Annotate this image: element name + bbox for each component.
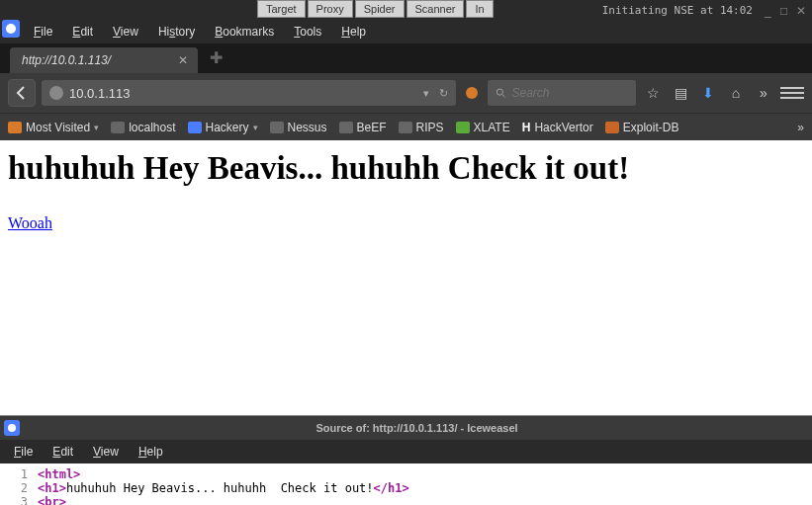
search-icon: [496, 87, 506, 99]
menu-view[interactable]: View: [103, 22, 148, 42]
view-source-titlebar[interactable]: Source of: http://10.0.1.113/ - Icewease…: [0, 416, 812, 440]
svg-point-4: [8, 424, 16, 432]
view-source-window: Source of: http://10.0.1.113/ - Icewease…: [0, 415, 812, 505]
menu-bookmarks[interactable]: Bookmarks: [205, 22, 284, 42]
bg-tab: Spider: [355, 0, 405, 18]
tab-title: http://10.0.1.113/: [22, 53, 111, 67]
ribbon-icon[interactable]: [462, 83, 482, 103]
url-text: 10.0.1.113: [69, 86, 413, 101]
view-source-body[interactable]: 1<html>2<h1>huhuhuh Hey Beavis... huhuhh…: [0, 463, 812, 505]
source-code: <html>: [38, 467, 80, 481]
page-link-wooah[interactable]: Wooah: [8, 214, 52, 231]
src-menu-view[interactable]: View: [83, 443, 129, 461]
chevron-down-icon: ▾: [253, 123, 258, 132]
bg-tab: Target: [257, 0, 306, 18]
reload-icon[interactable]: ↻: [439, 87, 448, 100]
background-app-tabs: Target Proxy Spider Scanner In: [257, 0, 494, 18]
page-icon: [270, 122, 284, 133]
tab-close-icon[interactable]: ✕: [178, 53, 188, 67]
search-input[interactable]: [512, 86, 628, 100]
menu-history[interactable]: History: [148, 22, 205, 42]
svg-point-1: [466, 87, 478, 99]
page-icon: [111, 122, 125, 133]
page-icon: [456, 122, 470, 133]
page-icon: [399, 122, 412, 133]
dropdown-icon[interactable]: ▾: [423, 87, 429, 100]
bookmarks-overflow-icon[interactable]: »: [797, 121, 804, 134]
bg-tab: Proxy: [308, 0, 353, 18]
folder-icon: [8, 122, 22, 133]
bookmark-beef[interactable]: BeEF: [339, 121, 387, 134]
close-icon[interactable]: ✕: [796, 6, 806, 16]
view-source-title: Source of: http://10.0.1.113/ - Icewease…: [26, 422, 808, 434]
source-line: 3<br>: [0, 495, 812, 505]
bookmark-nessus[interactable]: Nessus: [270, 121, 327, 134]
browser-tabbar: http://10.0.1.113/ ✕ ✚: [0, 43, 812, 73]
bg-tab: In: [466, 0, 493, 18]
menu-help[interactable]: Help: [331, 22, 376, 42]
url-bar[interactable]: 10.0.1.113 ▾ ↻: [42, 80, 456, 106]
reader-icon[interactable]: ▤: [670, 85, 691, 101]
bookmark-hackvertor[interactable]: HHackVertor: [522, 121, 593, 134]
page-icon: [605, 122, 619, 133]
app-icon: [4, 420, 20, 436]
source-code: <h1>huhuhuh Hey Beavis... huhuhh Check i…: [38, 481, 409, 495]
h-icon: H: [522, 121, 531, 134]
bg-tab: Scanner: [406, 0, 465, 18]
menu-edit[interactable]: Edit: [62, 22, 103, 42]
bookmark-hackery[interactable]: Hackery▾: [188, 121, 258, 134]
background-window-controls: _ □ ✕: [765, 6, 806, 16]
page-icon: [339, 122, 353, 133]
browser-tab[interactable]: http://10.0.1.113/ ✕: [10, 47, 198, 73]
menu-file[interactable]: File: [24, 22, 62, 42]
overflow-icon[interactable]: »: [753, 85, 774, 101]
hamburger-menu-icon[interactable]: [780, 83, 804, 103]
background-terminal-text: Initiating NSE at 14:02: [602, 4, 753, 17]
folder-icon: [188, 122, 202, 133]
page-heading: huhuhuh Hey Beavis... huhuhh Check it ou…: [8, 150, 804, 187]
page-viewport: huhuhuh Hey Beavis... huhuhh Check it ou…: [0, 140, 812, 275]
menu-tools[interactable]: Tools: [284, 22, 331, 42]
bookmark-most-visited[interactable]: Most Visited▾: [8, 121, 99, 134]
source-line: 2<h1>huhuhuh Hey Beavis... huhuhh Check …: [0, 481, 812, 495]
line-number: 2: [0, 481, 38, 495]
line-number: 3: [0, 495, 38, 505]
svg-line-3: [502, 95, 505, 98]
src-menu-file[interactable]: File: [4, 443, 43, 461]
browser-navbar: 10.0.1.113 ▾ ↻ ☆ ▤ ⬇ ⌂ »: [0, 73, 812, 113]
maximize-icon[interactable]: □: [780, 6, 790, 16]
search-bar[interactable]: [488, 80, 636, 106]
svg-point-2: [496, 89, 502, 95]
source-code: <br>: [38, 495, 66, 505]
download-icon[interactable]: ⬇: [697, 85, 719, 101]
minimize-icon[interactable]: _: [765, 6, 774, 16]
view-source-menubar: File Edit View Help: [0, 440, 812, 463]
bookmark-exploitdb[interactable]: Exploit-DB: [605, 121, 679, 134]
bookmark-localhost[interactable]: localhost: [111, 121, 175, 134]
svg-point-0: [6, 24, 16, 34]
globe-icon: [49, 86, 63, 100]
bookmark-xlate[interactable]: XLATE: [456, 121, 510, 134]
bookmark-rips[interactable]: RIPS: [399, 121, 444, 134]
line-number: 1: [0, 467, 38, 481]
bookmark-star-icon[interactable]: ☆: [642, 85, 664, 101]
back-button[interactable]: [8, 79, 36, 107]
new-tab-button[interactable]: ✚: [210, 48, 223, 73]
src-menu-edit[interactable]: Edit: [43, 443, 83, 461]
app-icon: [2, 20, 20, 38]
browser-content: huhuhuh Hey Beavis... huhuhh Check it ou…: [0, 140, 812, 505]
chevron-down-icon: ▾: [94, 123, 99, 132]
browser-menubar: File Edit View History Bookmarks Tools H…: [0, 20, 812, 43]
src-menu-help[interactable]: Help: [129, 443, 173, 461]
bookmarks-toolbar: Most Visited▾ localhost Hackery▾ Nessus …: [0, 113, 812, 140]
home-icon[interactable]: ⌂: [725, 85, 747, 101]
source-line: 1<html>: [0, 467, 812, 481]
